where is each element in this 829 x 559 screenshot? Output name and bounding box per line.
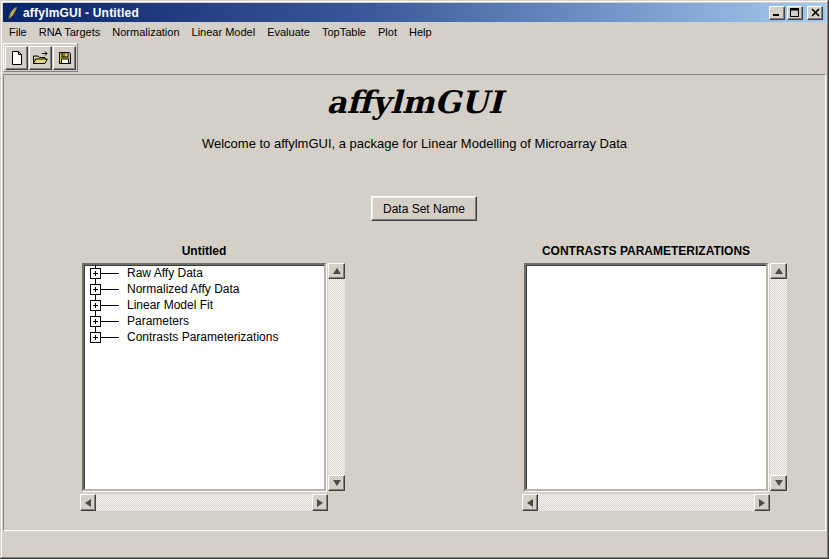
- tree-connector-line: [101, 337, 119, 338]
- tree-item-label[interactable]: Normalized Affy Data: [127, 282, 240, 296]
- left-panel-header: Untitled: [82, 244, 326, 258]
- close-icon: [811, 8, 820, 17]
- window-title: affylmGUI - Untitled: [23, 6, 139, 20]
- expand-plus-icon[interactable]: [90, 268, 101, 279]
- menu-file[interactable]: File: [3, 24, 33, 40]
- maximize-button[interactable]: [787, 6, 803, 20]
- welcome-text: Welcome to affylmGUI, a package for Line…: [0, 136, 829, 151]
- left-vertical-scrollbar[interactable]: [328, 263, 345, 491]
- minimize-icon: [772, 8, 782, 17]
- contrasts-listbox[interactable]: [524, 263, 768, 491]
- window-controls: [769, 6, 823, 20]
- arrow-left-icon: [527, 499, 533, 507]
- arrow-left-icon: [85, 499, 91, 507]
- maximize-icon: [790, 8, 800, 17]
- data-set-name-button[interactable]: Data Set Name: [371, 196, 477, 221]
- scroll-right-button[interactable]: [754, 494, 770, 511]
- scrollbar-trough[interactable]: [96, 494, 312, 511]
- minimize-button[interactable]: [769, 6, 785, 20]
- tree-item-label[interactable]: Contrasts Parameterizations: [127, 330, 278, 344]
- menu-evaluate[interactable]: Evaluate: [261, 24, 316, 40]
- scrollbar-trough[interactable]: [538, 494, 754, 511]
- menu-linear-model[interactable]: Linear Model: [186, 24, 262, 40]
- toolbar: [3, 43, 78, 72]
- scrollbar-trough[interactable]: [328, 279, 345, 475]
- tree-item-linear-model-fit[interactable]: Linear Model Fit: [84, 297, 324, 313]
- title-bar[interactable]: affylmGUI - Untitled: [3, 3, 826, 22]
- right-panel-header: CONTRASTS PARAMETERIZATIONS: [524, 244, 768, 258]
- new-file-button[interactable]: [5, 46, 28, 70]
- expand-plus-icon[interactable]: [90, 300, 101, 311]
- open-file-button[interactable]: [29, 46, 52, 70]
- app-window: affylmGUI - Untitled File RNA Targets No…: [0, 0, 829, 559]
- expand-plus-icon[interactable]: [90, 332, 101, 343]
- menu-rna-targets[interactable]: RNA Targets: [33, 24, 107, 40]
- tree-item-parameters[interactable]: Parameters: [84, 313, 324, 329]
- arrow-down-icon: [333, 480, 341, 486]
- arrow-up-icon: [775, 268, 783, 274]
- tree-connector-line: [101, 305, 119, 306]
- arrow-right-icon: [317, 499, 323, 507]
- scroll-right-button[interactable]: [312, 494, 328, 511]
- right-horizontal-scrollbar[interactable]: [522, 494, 770, 511]
- scrollbar-trough[interactable]: [770, 279, 787, 475]
- expand-plus-icon[interactable]: [90, 284, 101, 295]
- scroll-down-button[interactable]: [770, 475, 787, 491]
- app-feather-icon[interactable]: [6, 6, 19, 20]
- tree-connector-line: [101, 321, 119, 322]
- save-button[interactable]: [53, 46, 76, 70]
- left-horizontal-scrollbar[interactable]: [80, 494, 328, 511]
- tree-item-label[interactable]: Linear Model Fit: [127, 298, 213, 312]
- status-tree-listbox[interactable]: Raw Affy Data Normalized Affy Data Linea…: [82, 263, 326, 491]
- app-title: affylmGUI: [0, 85, 829, 119]
- status-tree: Raw Affy Data Normalized Affy Data Linea…: [84, 265, 324, 345]
- open-folder-icon: [32, 50, 49, 66]
- tree-item-label[interactable]: Raw Affy Data: [127, 266, 203, 280]
- menu-plot[interactable]: Plot: [372, 24, 403, 40]
- tree-item-normalized-affy-data[interactable]: Normalized Affy Data: [84, 281, 324, 297]
- tree-item-label[interactable]: Parameters: [127, 314, 189, 328]
- menu-normalization[interactable]: Normalization: [106, 24, 185, 40]
- close-button[interactable]: [807, 6, 823, 20]
- tree-item-contrasts-parameterizations[interactable]: Contrasts Parameterizations: [84, 329, 324, 345]
- scroll-up-button[interactable]: [328, 263, 345, 279]
- menu-bar: File RNA Targets Normalization Linear Mo…: [3, 22, 826, 41]
- scroll-down-button[interactable]: [328, 475, 345, 491]
- tree-connector-line: [101, 289, 119, 290]
- save-floppy-icon: [57, 50, 73, 66]
- scroll-up-button[interactable]: [770, 263, 787, 279]
- right-vertical-scrollbar[interactable]: [770, 263, 787, 491]
- new-document-icon: [9, 50, 25, 66]
- scroll-left-button[interactable]: [80, 494, 96, 511]
- tree-connector-line: [101, 273, 119, 274]
- arrow-down-icon: [775, 480, 783, 486]
- arrow-right-icon: [759, 499, 765, 507]
- expand-plus-icon[interactable]: [90, 316, 101, 327]
- tree-item-raw-affy-data[interactable]: Raw Affy Data: [84, 265, 324, 281]
- scroll-left-button[interactable]: [522, 494, 538, 511]
- menu-toptable[interactable]: TopTable: [316, 24, 372, 40]
- arrow-up-icon: [333, 268, 341, 274]
- menu-help[interactable]: Help: [403, 24, 438, 40]
